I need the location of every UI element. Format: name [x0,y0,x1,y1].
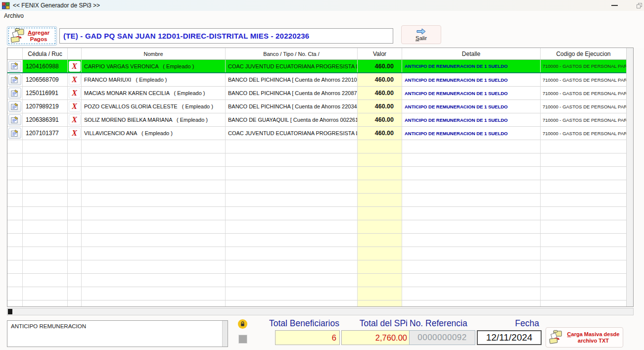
edit-cell [7,100,23,113]
banco-cell: COAC JUVENTUD ECUATORIANA PROGRESISTA LT… [226,127,358,140]
edit-cell [7,127,23,140]
header-codigo[interactable]: Codigo de Ejecucion [541,48,627,59]
edit-row-button[interactable] [8,101,21,112]
delete-cell: X [68,87,82,100]
empty-table-row[interactable] [7,140,627,153]
agregar-pagos-button[interactable]: Agregar Pagos [7,26,57,46]
delete-icon: X [72,102,77,110]
empty-table-row[interactable] [7,274,627,287]
valor-cell: 460.00 [358,100,402,113]
banco-cell: BANCO DE GUAYAQUIL [ Cuenta de Ahorros 0… [226,113,358,126]
empty-table-row[interactable] [7,180,627,194]
detalle-cell: ANTICIPO DE REMUNERACION DE 1 SUELDO [402,100,541,113]
horizontal-scrollbar[interactable] [7,308,634,315]
nombre-cell: CARPIO VARGAS VERONICA ( Empleado ) [82,60,226,72]
edit-cell [7,73,23,86]
empty-table-row[interactable] [7,300,627,306]
folder-add-icon [9,28,26,45]
header-nombre[interactable]: Nombre [82,48,226,59]
delete-row-button[interactable]: X [69,114,81,125]
header-valor[interactable]: Valor [358,48,402,59]
edit-row-button[interactable] [8,61,21,72]
header-cedula[interactable]: Cédula / Ruc [23,48,68,59]
delete-cell: X [68,113,82,126]
cedula-cell: 1207101377 [23,127,68,140]
delete-cell: X [68,60,82,72]
referencia-label: No. Referencia [410,318,479,329]
salir-label: Salir [415,35,427,41]
header-detalle[interactable]: Detalle [402,48,541,59]
total-spi-field: 2,760.00 [341,330,411,345]
entity-title-field[interactable]: (TE) - GAD PQ SAN JUAN 12D01-DIREC-DISTR… [59,28,393,44]
toolbar: Agregar Pagos (TE) - GAD PQ SAN JUAN 12D… [0,21,644,48]
nombre-cell: VILLAVICENCIO ANA ( Empleado ) [82,127,226,140]
edit-icon [11,103,19,110]
header-banco[interactable]: Banco / Tipo / No. Cta / [226,48,358,59]
arrow-right-icon [416,28,426,35]
detalle-cell: ANTICIPO DE REMUNERACION DE 1 SUELDO [402,113,541,126]
edit-row-button[interactable] [8,128,21,139]
edit-icon [11,62,19,70]
lock-icon [238,319,247,329]
empty-table-row[interactable] [7,220,627,234]
delete-icon: X [72,76,77,84]
detalle-cell: ANTICIPO DE REMUNERACION DE 1 SUELDO [402,73,541,86]
valor-cell: 460.00 [358,60,402,72]
codigo-cell: 710000 - GASTOS DE PERSONAL PARA INVERSI [541,113,627,126]
detalle-cell: ANTICIPO DE REMUNERACION DE 1 SUELDO [402,127,541,140]
nota-textarea[interactable]: ANTICIPO REMUNERACION [7,320,228,347]
cedula-cell: 1250116991 [23,87,68,100]
table-row[interactable]: 1207989219 X POZO CEVALLOS GLORIA CELEST… [7,100,627,113]
empty-table-row[interactable] [7,234,627,247]
agregar-pagos-label: Agregar Pagos [28,30,49,43]
horizontal-scrollbar-thumb[interactable] [8,309,12,314]
empty-table-row[interactable] [7,167,627,180]
delete-row-button[interactable]: X [69,74,81,85]
empty-table-row[interactable] [7,207,627,220]
referencia-field: 0000000092 [409,330,475,345]
edit-row-button[interactable] [8,74,21,85]
menu-archivo[interactable]: Archivo [0,11,28,21]
delete-row-button[interactable]: X [69,101,81,112]
empty-table-row[interactable] [7,287,627,300]
fecha-field[interactable]: 12/11/2024 [477,330,542,345]
delete-row-button[interactable]: X [69,61,81,72]
nombre-cell: MACIAS MONAR KAREN CECILIA ( Empleado ) [82,87,226,100]
empty-table-row[interactable] [7,194,627,207]
edit-icon [11,76,19,84]
nota-scrollbar[interactable] [222,321,228,347]
status-square[interactable] [238,335,247,344]
cedula-cell: 1204160988 [23,60,68,72]
edit-cell [7,87,23,100]
menu-bar: Archivo [0,11,644,21]
edit-icon [11,90,19,97]
empty-table-row[interactable] [7,260,627,274]
header-edit-col [7,48,23,59]
table-row[interactable]: 1250116991 X MACIAS MONAR KAREN CECILIA … [7,87,627,100]
valor-cell: 460.00 [358,113,402,126]
restore-icon[interactable] [637,3,642,8]
table-row[interactable]: 1206568709 X FRANCO MARIUXI ( Empleado )… [7,73,627,87]
banco-cell: BANCO DEL PICHINCHA [ Cuenta de Ahorros … [226,73,358,86]
codigo-cell: 710000 - GASTOS DE PERSONAL PARA INVERSI [541,127,627,140]
delete-row-button[interactable]: X [69,128,81,139]
salir-button[interactable]: Salir [401,25,441,44]
empty-table-row[interactable] [7,153,627,167]
table-row[interactable]: 1204160988 X CARPIO VARGAS VERONICA ( Em… [7,60,627,73]
fecha-label: Fecha [475,318,539,329]
vertical-scrollbar[interactable] [626,48,633,306]
empty-table-row[interactable] [7,247,627,260]
edit-row-button[interactable] [8,88,21,99]
table-row[interactable]: 1206386391 X SOLIZ MORENO BIELKA MARIANA… [7,113,627,127]
carga-masiva-button[interactable]: Carga Masiva desde archivo TXT [546,327,623,348]
delete-row-button[interactable]: X [69,88,81,99]
total-spi-value: 2,760.00 [375,333,407,343]
edit-row-button[interactable] [8,114,21,125]
title-bar: << FENIX Generador de SPi3 >> [0,0,644,11]
table-row[interactable]: 1207101377 X VILLAVICENCIO ANA ( Emplead… [7,127,627,140]
delete-cell: X [68,100,82,113]
delete-icon: X [72,129,77,137]
minimize-icon[interactable] [611,5,618,6]
header-delete-col [68,48,82,59]
total-beneficiarios-field: 6 [275,330,340,345]
